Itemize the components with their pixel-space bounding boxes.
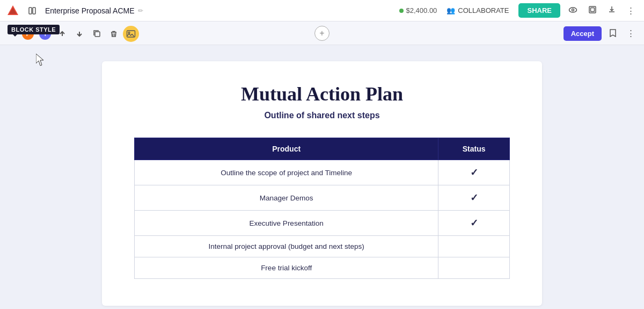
price-badge: $2,400.00 [399,6,437,15]
persons-icon: 👥 [447,6,455,15]
topbar-more-button[interactable]: ⋮ [624,4,638,18]
table-cell-product: Outline the scope of project and Timelin… [135,160,438,185]
table-row: Outline the scope of project and Timelin… [135,160,510,185]
table-cell-product: Manager Demos [135,185,438,211]
svg-rect-7 [591,8,595,12]
edit-title-icon[interactable]: ✏ [138,7,143,15]
topbar: Enterprise Proposal ACME ✏ $2,400.00 👥 C… [0,0,644,21]
table-cell-product: Internal project approval (budget and ne… [135,236,438,257]
share-button[interactable]: SHARE [518,3,560,18]
main-content: Mutual Action Plan Outline of shared nex… [0,45,644,309]
svg-point-4 [569,8,577,12]
document-title-container: Enterprise Proposal ACME ✏ [45,6,143,15]
price-value: $2,400.00 [406,6,437,15]
topbar-right: $2,400.00 👥 COLLABORATE SHARE [399,3,638,18]
preview-button[interactable] [566,3,580,18]
accept-more-button[interactable]: ⋮ [624,26,638,40]
accept-bar: Accept ⋮ [557,21,644,45]
add-block-button[interactable]: + [314,26,330,41]
bookmark-button[interactable] [606,26,620,41]
table-cell-status: ✓ [438,160,510,185]
toolbar-row: BLOCK STYLE ··· P T + [0,21,644,45]
svg-point-5 [572,9,574,11]
accept-button[interactable]: Accept [564,26,602,41]
block-style-button[interactable]: P [20,26,36,42]
download-button[interactable] [605,3,619,18]
svg-rect-3 [33,8,35,14]
add-block-button-container: + [314,26,330,41]
share-label: SHARE [527,6,552,15]
image-button[interactable] [123,26,139,42]
move-down-button[interactable] [71,26,87,42]
price-dot [399,9,404,13]
table-row: Executive Presentation✓ [135,211,510,236]
fullscreen-button[interactable] [586,3,599,18]
duplicate-button[interactable] [89,26,105,42]
document-body: Mutual Action Plan Outline of shared nex… [102,61,542,306]
checkmark-icon: ✓ [470,218,478,228]
svg-rect-2 [29,8,32,14]
table-cell-status: ✓ [438,185,510,211]
move-up-button[interactable] [54,26,70,42]
document-subtitle: Outline of shared next steps [134,111,510,120]
document-main-title: Mutual Action Plan [134,83,510,105]
table-header-row: Product Status [135,138,510,160]
checkmark-icon: ✓ [470,167,478,178]
table-cell-product: Free trial kickoff [135,257,438,279]
table-row: Manager Demos✓ [135,185,510,211]
table-cell-status: ✓ [438,211,510,236]
table-row: Internal project approval (budget and ne… [135,236,510,257]
col-header-product: Product [135,138,438,160]
app-logo [6,4,19,17]
text-style-button[interactable]: T [37,26,53,42]
table-cell-product: Executive Presentation [135,211,438,236]
svg-rect-8 [95,32,100,37]
delete-button[interactable] [106,26,122,42]
checkmark-icon: ✓ [470,192,478,203]
table-cell-status [438,257,510,279]
svg-point-10 [128,32,130,33]
document-title: Enterprise Proposal ACME [45,6,135,15]
collaborate-button[interactable]: 👥 COLLABORATE [442,4,513,17]
action-plan-table: Product Status Outline the scope of proj… [134,138,510,279]
col-header-status: Status [438,138,510,160]
collaborate-label: COLLABORATE [458,6,509,15]
table-row: Free trial kickoff [135,257,510,279]
book-view-button[interactable] [25,3,40,18]
toolbar-options-button[interactable]: ··· [5,27,19,41]
table-cell-status [438,236,510,257]
